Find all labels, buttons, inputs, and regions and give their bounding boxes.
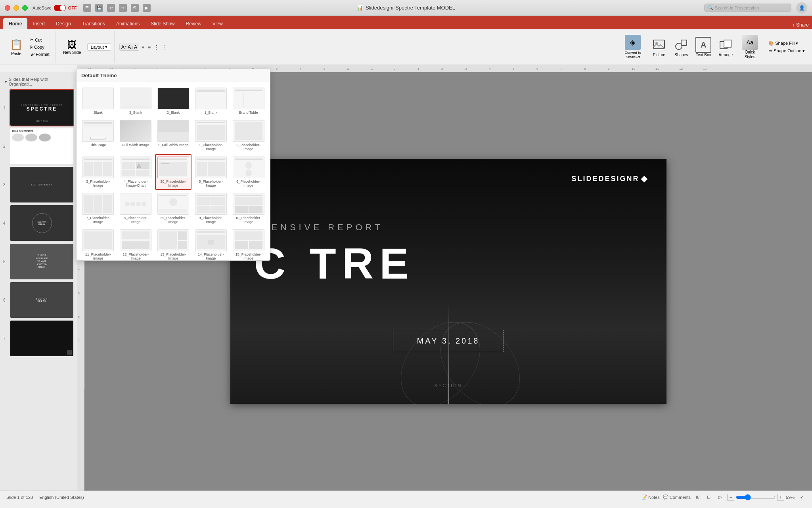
maximize-button[interactable]	[22, 5, 28, 11]
user-avatar[interactable]: 👤	[796, 2, 807, 13]
tab-animations[interactable]: Animations	[111, 18, 145, 29]
picture-section[interactable]: Picture	[649, 33, 668, 61]
layout-4ph-image-chart[interactable]: 4_Placeholder-Image-Chart	[117, 154, 154, 190]
undo-icon[interactable]: ↩	[107, 4, 115, 12]
layout-1blank[interactable]: 1_Blank	[192, 85, 229, 117]
chevron-panel-icon: ▾	[5, 79, 7, 84]
close-button[interactable]	[5, 5, 10, 11]
autosave-toggle[interactable]	[54, 5, 66, 11]
arrange-section[interactable]: Arrange	[716, 33, 735, 61]
layout-11ph-image[interactable]: 11_Placeholder-Image	[80, 227, 117, 260]
layout-brand-table[interactable]: Brand Table	[230, 85, 267, 117]
new-slide-button[interactable]: 🖼 New Slide	[60, 35, 84, 59]
layout-blank[interactable]: Blank	[80, 85, 117, 117]
layout-12ph-image[interactable]: 12_Placeholder-Image	[117, 227, 154, 260]
slide-thumb-1[interactable]: 1 COMPREHENSIVE REPORT SPECTRE MAY 3, 20…	[10, 89, 74, 126]
layout-6ph-image[interactable]: 6_Placeholder-Image	[230, 154, 267, 190]
layout-1ph-image[interactable]: 1_Placeholder-Image	[192, 118, 229, 153]
layout-thumb-4ph-image-chart	[120, 157, 151, 178]
redo-icon[interactable]: ↪	[119, 4, 127, 12]
layout-thumb-8ph-image	[120, 193, 151, 215]
align-center-btn[interactable]: ≡	[146, 44, 152, 50]
minimize-button[interactable]	[13, 5, 19, 11]
comments-button[interactable]: 💬 Comments	[663, 495, 691, 500]
normal-view-button[interactable]: ⊞	[694, 493, 702, 501]
textbox-section[interactable]: A Text Box	[694, 33, 713, 61]
notes-button[interactable]: 📝 Notes	[642, 495, 660, 500]
layout-15ph-image[interactable]: 15_Placeholder-Image	[230, 227, 267, 260]
grid-view-button[interactable]: ⊟	[705, 493, 713, 501]
save-icon[interactable]: 💾	[95, 4, 103, 12]
cut-button[interactable]: ✂ Cut	[28, 36, 52, 43]
slide-thumb-4[interactable]: 4 SECTIONBREAK	[10, 204, 74, 242]
zoom-in-button[interactable]: +	[777, 494, 784, 501]
layout-full-width[interactable]: Full Width Image	[117, 118, 154, 153]
numbering-btn[interactable]: ⋮	[161, 44, 169, 50]
layout-7ph-image[interactable]: 7_Placeholder-Image	[80, 191, 117, 226]
tab-view[interactable]: View	[207, 18, 228, 29]
layout-title-page[interactable]: Title Page	[80, 118, 117, 153]
layout-30ph-image[interactable]: 30_Placeholder-Image	[155, 154, 192, 190]
tab-home[interactable]: Home	[3, 18, 27, 29]
layout-3ph-image[interactable]: 3_Placeholder-Image	[80, 154, 117, 190]
slide-thumb-3[interactable]: 3 SECTION BREAK	[10, 166, 74, 203]
layout-thumb-15ph-image	[233, 229, 264, 251]
slide-thumb-7[interactable]: 7	[10, 320, 74, 357]
layout-9ph-image[interactable]: 9_Placeholder-Image	[192, 191, 229, 226]
layout-button[interactable]: Layout ▾	[87, 43, 111, 51]
present-icon[interactable]: ▶	[143, 4, 151, 12]
layout-5ph-image[interactable]: 5_Placeholder-Image	[192, 154, 229, 190]
window-title: 📊 Slidedesignr Spectre Template MODEL	[357, 5, 455, 11]
search-box[interactable]: 🔍 Search in Presentation	[704, 4, 791, 12]
shapes-section[interactable]: Shapes	[672, 33, 691, 61]
layout-2blank[interactable]: 2_Blank	[155, 85, 192, 117]
svg-text:4: 4	[489, 67, 491, 71]
share-button[interactable]: ↑ Share	[792, 22, 809, 28]
slide-panel: ▾ Slides that Help with Organizati... 1 …	[0, 72, 77, 491]
layout-thumb-2ph-image	[233, 120, 264, 142]
ribbon-tabs: Home Insert Design Transitions Animation…	[0, 16, 812, 29]
bullets-btn[interactable]: ⋮	[153, 44, 161, 50]
zoom-slider[interactable]	[736, 494, 776, 500]
slide-thumb-5[interactable]: 5 THIS IS ANICE PLACETO MAKEA SECTIONBRE…	[10, 243, 74, 280]
layout-10ph-image[interactable]: 10_Placeholder-Image	[230, 191, 267, 226]
textbox-icon: A	[695, 37, 711, 53]
paste-button[interactable]: 📋 Paste	[6, 35, 26, 59]
reading-view-button[interactable]: ▷	[716, 493, 724, 501]
clipboard-section: 📋 Paste ✂ Cut ⎘ Copy 🖌 Format	[3, 31, 56, 63]
tab-review[interactable]: Review	[180, 18, 207, 29]
layout-thumb-2blank	[157, 88, 189, 109]
layout-8ph-image[interactable]: 8_Placeholder-Image	[117, 191, 154, 226]
shape-fill-button[interactable]: 🎨 Shape Fill ▾	[766, 40, 807, 47]
slide-canvas[interactable]: SLIDEDESIGNR HENSIVE REPORT C TRE MAY 3,…	[230, 159, 666, 404]
slide-thumb-6[interactable]: 6 SECTIONBREAK	[10, 281, 74, 319]
tab-design[interactable]: Design	[50, 18, 76, 29]
window-controls[interactable]	[5, 5, 28, 11]
layout-13ph-image[interactable]: 13_Placeholder-Image	[155, 227, 192, 260]
align-left-btn[interactable]: ≡	[140, 44, 146, 50]
shape-outline-button[interactable]: ▭ Shape Outline ▾	[766, 48, 807, 54]
comments-icon: 💬	[663, 495, 668, 500]
format-button[interactable]: 🖌 Format	[28, 51, 52, 57]
slide-date-box[interactable]: MAY 3, 2018	[393, 330, 504, 352]
tab-insert[interactable]: Insert	[27, 18, 50, 29]
tab-transitions[interactable]: Transitions	[77, 18, 111, 29]
copy-button[interactable]: ⎘ Copy	[28, 44, 52, 50]
sidebar-icon[interactable]: ☰	[83, 4, 91, 12]
layout-14ph-image[interactable]: 14_Placeholder-Image	[192, 227, 229, 260]
tab-slideshow[interactable]: Slide Show	[145, 18, 180, 29]
layout-3blank[interactable]: 3_Blank	[117, 85, 154, 117]
fit-to-window-button[interactable]: ⤢	[798, 493, 806, 501]
arrange-icon	[718, 37, 733, 53]
language-info: English (United States)	[39, 495, 84, 500]
slide-thumb-2[interactable]: 2 TABLE OF CONTENTS	[10, 128, 74, 165]
layout-2ph-image[interactable]: 2_Placeholder-Image	[230, 118, 267, 153]
layout-29ph-image[interactable]: 29_Placeholder-Image	[155, 191, 192, 226]
layout-1full-width[interactable]: 1_Full Width Image	[155, 118, 192, 153]
chevron-fill-icon: ▾	[796, 41, 798, 46]
quick-styles-section[interactable]: Aa Quick Styles	[738, 33, 761, 61]
layout-thumb-1blank	[195, 88, 227, 109]
zoom-out-button[interactable]: −	[727, 494, 734, 501]
timer-icon[interactable]: ⏱	[131, 4, 139, 12]
font-size-controls[interactable]: A↑ A↓ A	[119, 44, 139, 51]
